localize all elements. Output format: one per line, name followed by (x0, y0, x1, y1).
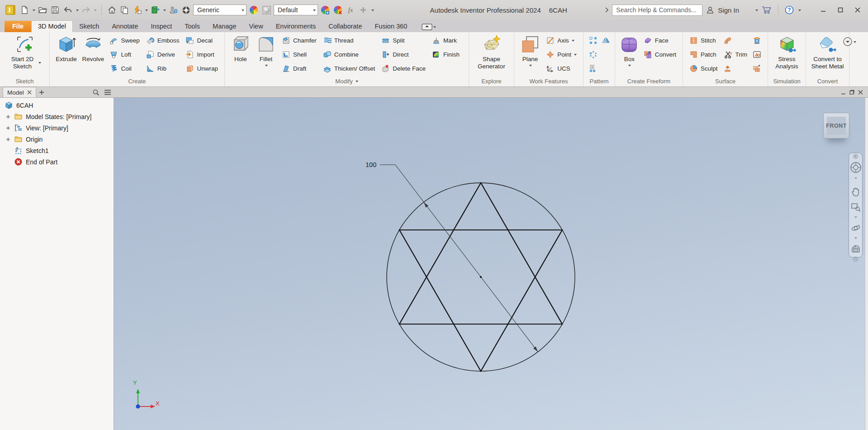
material-select[interactable]: Generic (193, 5, 247, 15)
look-at-tool-icon[interactable] (849, 241, 862, 257)
tree-item-part-root[interactable]: 6CAH (0, 100, 114, 111)
zoom-window-icon[interactable] (849, 200, 862, 215)
patch-button[interactable]: Patch (686, 48, 721, 62)
doc-close-icon[interactable] (858, 90, 863, 95)
browser-tab-close-icon[interactable] (27, 90, 32, 95)
open-button[interactable] (37, 4, 48, 16)
tree-item-end-of-part[interactable]: End of Part (0, 156, 114, 167)
tab-3d-model[interactable]: 3D Model (31, 20, 73, 32)
loft-button[interactable]: Loft (106, 48, 142, 62)
appearance-wheel-icon[interactable] (180, 4, 191, 16)
revolve-button[interactable]: Revolve (80, 33, 106, 63)
orbit-tool-icon[interactable] (849, 220, 862, 236)
help-icon[interactable]: ? (785, 5, 794, 14)
trim-button[interactable]: Trim (721, 48, 751, 62)
freeform-convert-button[interactable]: Convert (640, 48, 679, 62)
replace-face-button[interactable] (750, 48, 764, 62)
sketch-driven-pattern-button[interactable] (587, 62, 600, 76)
axis-button[interactable]: Axis (543, 33, 580, 48)
close-button[interactable] (851, 4, 864, 16)
add-command-icon[interactable] (358, 4, 369, 16)
stitch-button[interactable]: Stitch (686, 33, 721, 48)
tree-item-origin[interactable]: Origin (0, 134, 114, 145)
tree-item-sketch1[interactable]: Sketch1 (0, 145, 114, 156)
quick-measure-dropdown[interactable] (145, 10, 148, 13)
axis-caret[interactable] (572, 40, 574, 43)
stress-analysis-button[interactable]: Stress Analysis (771, 33, 802, 70)
sign-in-button[interactable]: Sign In (718, 6, 739, 14)
ribbon-collapse-caret[interactable] (854, 41, 856, 44)
paste-button[interactable] (119, 4, 130, 16)
orbit-caret[interactable] (849, 236, 862, 241)
doc-restore-icon[interactable] (849, 90, 855, 95)
ribbon-display-caret[interactable] (433, 26, 436, 29)
tab-file[interactable]: File (5, 21, 31, 32)
parameters-fx-icon[interactable]: fx (345, 4, 356, 16)
combine-button[interactable]: Combine (320, 48, 379, 62)
extend-surface-button[interactable] (721, 62, 751, 76)
sketch-triangle-down[interactable] (399, 230, 562, 371)
tab-manage[interactable]: Manage (206, 21, 242, 32)
tab-collaborate[interactable]: Collaborate (322, 21, 368, 32)
coil-button[interactable]: Coil (106, 62, 142, 76)
tab-annotate[interactable]: Annotate (105, 21, 144, 32)
mark-button[interactable]: Mark (429, 33, 463, 48)
appearance-sphere-icon[interactable] (261, 4, 272, 16)
help-dropdown[interactable] (798, 10, 801, 13)
chamfer-button[interactable]: Chamfer (279, 33, 320, 48)
view-cube-face[interactable]: FRONT (827, 117, 846, 135)
panel-label-modify[interactable]: Modify (225, 77, 469, 86)
navbar-collapse-icon[interactable] (849, 257, 862, 262)
color-wheel-icon[interactable] (248, 4, 259, 16)
plane-button[interactable]: Plane (517, 33, 543, 68)
tab-sketch[interactable]: Sketch (73, 21, 105, 32)
clear-appearance-icon[interactable] (332, 4, 343, 16)
circular-pattern-button[interactable] (587, 48, 600, 62)
browser-search-icon[interactable] (92, 89, 100, 96)
doc-minimize-icon[interactable] (840, 90, 846, 95)
tab-tools[interactable]: Tools (178, 21, 206, 32)
finish-button[interactable]: Finish (429, 48, 463, 62)
new-file-button[interactable] (19, 4, 30, 16)
delete-surface-button[interactable] (750, 62, 764, 76)
browser-add-tab-button[interactable] (36, 87, 47, 97)
navigation-wheel-icon[interactable] (849, 159, 862, 176)
home-button[interactable] (106, 4, 117, 16)
tree-item-view[interactable]: View: [Primary] (0, 122, 114, 134)
undo-dropdown[interactable] (76, 10, 79, 13)
search-input[interactable] (612, 5, 702, 16)
redo-button[interactable] (81, 4, 91, 16)
navigation-wheel-caret[interactable] (849, 176, 862, 182)
tab-view[interactable]: View (242, 21, 269, 32)
unwrap-button[interactable]: Unwrap (182, 62, 221, 76)
save-button[interactable] (50, 4, 61, 16)
expand-icon[interactable] (5, 114, 11, 119)
minimize-button[interactable] (816, 4, 830, 16)
convert-to-sheet-metal-button[interactable]: Convert to Sheet Metal (808, 33, 848, 70)
rib-button[interactable]: Rib (143, 62, 183, 76)
appearance-select[interactable]: Default (274, 5, 318, 15)
material-dropdown[interactable] (163, 10, 166, 13)
thicken-offset-button[interactable]: Thicken/ Offset (320, 62, 379, 76)
adjust-appearance-icon[interactable] (320, 4, 331, 16)
import-button[interactable]: Import (182, 48, 221, 62)
point-caret[interactable] (574, 54, 577, 57)
center-point[interactable] (480, 276, 482, 278)
view-cube[interactable]: FRONT (823, 113, 849, 139)
maximize-button[interactable] (834, 4, 847, 16)
navbar-close-icon[interactable] (849, 154, 862, 159)
point-button[interactable]: Point (543, 48, 580, 62)
hole-button[interactable]: Hole (228, 33, 253, 63)
material-box-icon[interactable] (150, 4, 161, 16)
ribbon-display-toggle[interactable] (422, 24, 436, 32)
freeform-box-caret[interactable] (628, 65, 631, 68)
tab-inspect[interactable]: Inspect (144, 21, 178, 32)
surface-extend-face-button[interactable] (750, 33, 764, 48)
ribbon-collapse-button[interactable] (843, 37, 856, 47)
inventor-logo-icon[interactable]: I (4, 4, 17, 16)
dimension-value[interactable]: 100 (365, 161, 376, 168)
mirror-button[interactable] (600, 33, 613, 48)
freeform-box-button[interactable]: Box (618, 33, 640, 68)
freeform-face-button[interactable]: Face (640, 33, 679, 48)
draft-button[interactable]: Draft (279, 62, 320, 76)
